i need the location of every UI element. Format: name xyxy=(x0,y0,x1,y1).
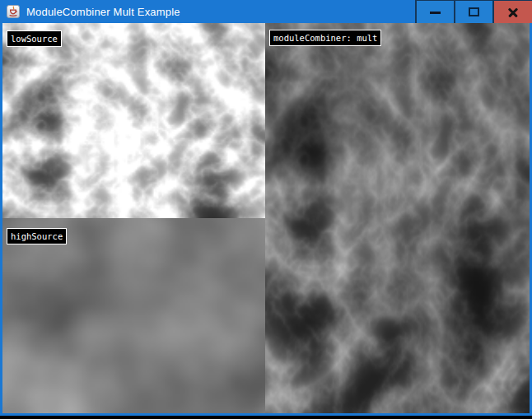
low-source-label: lowSource xyxy=(7,30,62,47)
high-source-image xyxy=(2,218,265,413)
close-button[interactable] xyxy=(492,0,532,23)
maximize-icon xyxy=(469,7,479,16)
window-title: ModuleCombiner Mult Example xyxy=(26,6,180,18)
titlebar[interactable]: ModuleCombiner Mult Example xyxy=(0,0,532,23)
high-source-label: highSource xyxy=(7,228,67,244)
low-source-image xyxy=(2,23,265,218)
maximize-button[interactable] xyxy=(454,0,492,23)
java-coffee-cup-icon[interactable] xyxy=(7,5,20,18)
minimize-icon xyxy=(430,12,441,14)
close-icon xyxy=(507,7,519,18)
combined-label: moduleCombiner: mult xyxy=(269,30,381,46)
combined-image xyxy=(265,23,530,413)
client-area: lowSource highSource moduleCombiner: mul… xyxy=(2,23,530,413)
app-window: ModuleCombiner Mult Example lowSource hi… xyxy=(0,0,532,416)
window-controls xyxy=(415,0,532,23)
minimize-button[interactable] xyxy=(415,0,454,23)
